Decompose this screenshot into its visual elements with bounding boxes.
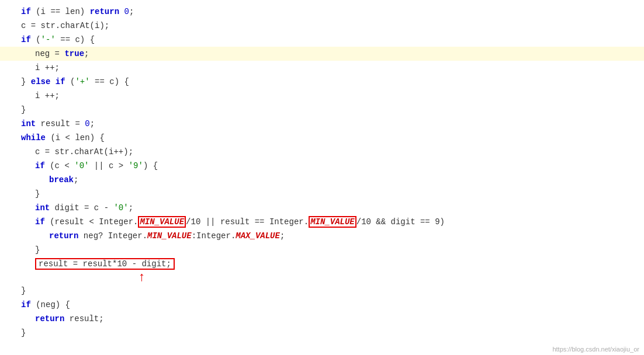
code-line: return neg? Integer.MIN_VALUE:Integer.MA… xyxy=(0,229,644,243)
red-arrow-indicator: ↑ xyxy=(0,271,644,284)
code-token: neg? Integer. xyxy=(78,231,147,241)
code-line: break; xyxy=(0,173,644,187)
code-line: } xyxy=(0,326,644,340)
code-token: int xyxy=(35,203,50,213)
code-token: '0' xyxy=(113,203,128,213)
code-token: (i < len) { xyxy=(46,133,105,142)
code-line: return result; xyxy=(0,312,644,326)
code-line: i ++; xyxy=(0,61,644,75)
code-token: ( xyxy=(31,35,41,44)
code-token: == c) { xyxy=(90,77,129,86)
code-token: (i == len) xyxy=(31,7,90,16)
code-line: if (i == len) return 0; xyxy=(0,5,644,19)
code-line: } xyxy=(0,284,644,298)
code-token: if xyxy=(21,300,31,309)
code-line: if (neg) { xyxy=(0,298,644,312)
line-content: break; xyxy=(0,173,78,186)
line-content: i ++; xyxy=(0,89,60,102)
code-token: || c > xyxy=(89,161,128,170)
line-content: c = str.charAt(i); xyxy=(0,19,109,32)
code-token: return xyxy=(49,231,78,241)
code-token: /10 && digit == 9) xyxy=(356,217,445,227)
code-token: 0 xyxy=(124,7,129,16)
code-token: digit = c - xyxy=(50,203,113,213)
code-token: '9' xyxy=(129,161,143,170)
line-content: if (i == len) return 0; xyxy=(0,5,134,18)
line-content: c = str.charAt(i++); xyxy=(0,145,133,158)
code-token: true xyxy=(64,49,84,58)
code-token: (c < xyxy=(45,161,74,170)
code-line: if ('-' == c) { xyxy=(0,33,644,47)
line-content: result = result*10 - digit; xyxy=(0,257,175,270)
code-line: while (i < len) { xyxy=(0,131,644,145)
code-token: (neg) { xyxy=(31,300,70,309)
code-token: '-' xyxy=(41,35,56,44)
code-token: } xyxy=(21,286,26,295)
line-content: if (neg) { xyxy=(0,298,70,311)
code-line: if (c < '0' || c > '9') { xyxy=(0,159,644,173)
code-line: c = str.charAt(i); xyxy=(0,19,644,33)
code-line: int digit = c - '0'; xyxy=(0,201,644,215)
code-token: '0' xyxy=(74,161,89,170)
line-content: } xyxy=(0,284,26,297)
line-content: neg = true; xyxy=(0,47,89,60)
code-token: if xyxy=(35,161,45,170)
code-line: } else if ('+' == c) { xyxy=(0,75,644,89)
code-token: ) { xyxy=(143,161,158,170)
code-line: c = str.charAt(i++); xyxy=(0,145,644,159)
line-content: if ('-' == c) { xyxy=(0,33,95,46)
code-token: i ++; xyxy=(35,91,60,100)
line-content: if (c < '0' || c > '9') { xyxy=(0,159,158,172)
watermark: https://blog.csdn.net/xiaojiu_or xyxy=(552,346,639,353)
code-token: c = str.charAt(i); xyxy=(21,21,109,30)
line-content: } else if ('+' == c) { xyxy=(0,75,129,88)
code-token: ( xyxy=(65,77,75,86)
code-token: ; xyxy=(74,175,78,185)
code-token: ; xyxy=(129,203,133,213)
code-token: MIN_VALUE xyxy=(147,231,192,241)
code-token: if xyxy=(21,35,31,44)
line-content: return result; xyxy=(0,312,104,325)
result-assignment: result = result*10 - digit; xyxy=(35,258,175,270)
code-token: /10 || result == Integer. xyxy=(186,217,309,227)
line-content: i ++; xyxy=(0,61,60,74)
code-token: c = str.charAt(i++); xyxy=(35,147,133,156)
code-token: ; xyxy=(129,7,134,16)
code-token: while xyxy=(21,133,46,142)
code-token: == c) { xyxy=(56,35,95,44)
code-token: return xyxy=(35,314,64,323)
code-token: if xyxy=(56,77,65,86)
code-token: '+' xyxy=(75,77,89,86)
code-line: neg = true; xyxy=(0,47,644,61)
line-content: return neg? Integer.MIN_VALUE:Integer.MA… xyxy=(0,229,285,242)
code-line: } xyxy=(0,243,644,257)
code-token: } xyxy=(35,245,40,255)
code-token: int xyxy=(21,119,36,128)
code-container: if (i == len) return 0;c = str.charAt(i)… xyxy=(0,0,644,355)
code-token: :Integer. xyxy=(192,231,236,241)
code-token: neg xyxy=(35,49,55,58)
code-token: } xyxy=(21,105,26,114)
code-token: result = xyxy=(36,119,85,128)
code-token: break xyxy=(49,175,74,185)
min-value-boxed: MIN_VALUE xyxy=(309,216,356,228)
line-content: int digit = c - '0'; xyxy=(0,201,133,214)
line-content: int result = 0; xyxy=(0,117,95,130)
code-token: ; xyxy=(280,231,285,241)
code-token: } xyxy=(21,77,31,86)
code-token: } xyxy=(35,189,40,199)
code-token: = xyxy=(55,49,65,58)
code-token: return xyxy=(90,7,119,16)
code-token xyxy=(50,77,55,86)
code-line: } xyxy=(0,187,644,201)
code-token: if xyxy=(21,7,31,16)
line-content: } xyxy=(0,103,26,116)
line-content: } xyxy=(0,326,26,339)
code-token: (result < Integer. xyxy=(45,217,139,227)
code-line: int result = 0; xyxy=(0,117,644,131)
code-line: result = result*10 - digit; xyxy=(0,257,644,271)
code-token: ; xyxy=(90,119,95,128)
code-token: } xyxy=(21,328,26,337)
code-token: ; xyxy=(84,49,89,58)
line-content: while (i < len) { xyxy=(0,131,105,144)
